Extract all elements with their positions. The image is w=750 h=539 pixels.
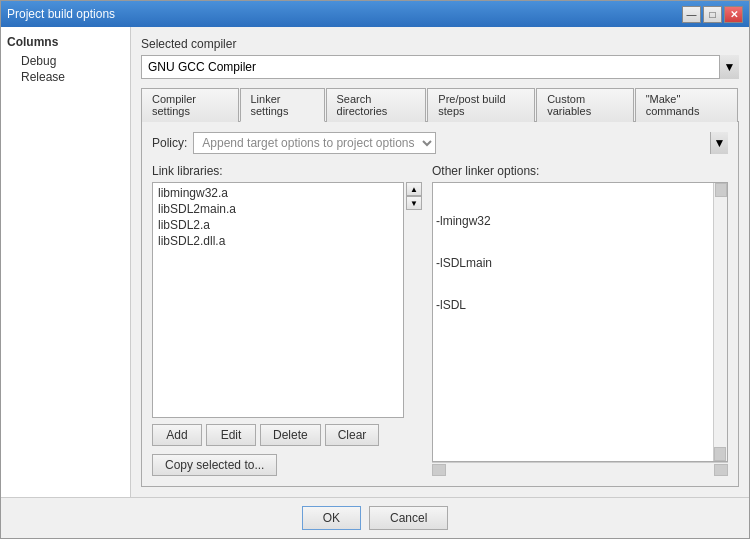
sidebar-title: Columns xyxy=(5,35,126,49)
cancel-button[interactable]: Cancel xyxy=(369,506,448,530)
title-bar: Project build options — □ ✕ xyxy=(1,1,749,27)
compiler-dropdown-wrapper: GNU GCC Compiler ▼ xyxy=(141,55,739,79)
window-title: Project build options xyxy=(7,7,115,21)
tabs-bar: Compiler settings Linker settings Search… xyxy=(141,87,739,122)
add-button[interactable]: Add xyxy=(152,424,202,446)
tab-pre-post-build[interactable]: Pre/post build steps xyxy=(427,88,535,122)
title-bar-buttons: — □ ✕ xyxy=(682,6,743,23)
policy-dropdown-wrapper: Append target options to project options… xyxy=(193,132,728,154)
h-scroll-left xyxy=(432,464,446,476)
link-libraries-list[interactable]: libmingw32.a libSDL2main.a libSDL2.a lib… xyxy=(152,182,404,418)
other-linker-label: Other linker options: xyxy=(432,164,728,178)
bottom-bar: OK Cancel xyxy=(1,497,749,538)
link-libraries-list-area: libmingw32.a libSDL2main.a libSDL2.a lib… xyxy=(152,182,422,418)
edit-button[interactable]: Edit xyxy=(206,424,256,446)
list-item: libSDL2.a xyxy=(155,217,401,233)
scrollbar-thumb-top xyxy=(715,183,727,197)
list-item: libSDL2.dll.a xyxy=(155,233,401,249)
scrollbar-thumb-bottom xyxy=(714,447,726,461)
link-libraries-label: Link libraries: xyxy=(152,164,422,178)
other-linker-textarea[interactable]: -lmingw32 -lSDLmain -lSDL xyxy=(432,182,728,462)
close-button[interactable]: ✕ xyxy=(724,6,743,23)
compiler-dropdown[interactable]: GNU GCC Compiler xyxy=(141,55,739,79)
main-window: Project build options — □ ✕ Columns Debu… xyxy=(0,0,750,539)
tab-content-linker: Policy: Append target options to project… xyxy=(141,122,739,487)
scroll-down-button[interactable]: ▼ xyxy=(406,196,422,210)
copy-selected-wrapper: Copy selected to... xyxy=(152,450,422,476)
maximize-button[interactable]: □ xyxy=(703,6,722,23)
ok-button[interactable]: OK xyxy=(302,506,361,530)
action-buttons: Add Edit Delete Clear xyxy=(152,424,422,446)
list-item: libSDL2main.a xyxy=(155,201,401,217)
policy-label: Policy: xyxy=(152,136,187,150)
h-scroll-right xyxy=(714,464,728,476)
list-item: libmingw32.a xyxy=(155,185,401,201)
other-linker-content: -lmingw32 -lSDLmain -lSDL xyxy=(433,183,727,343)
policy-dropdown[interactable]: Append target options to project options xyxy=(193,132,436,154)
horizontal-scrollbar[interactable] xyxy=(432,462,728,476)
link-libraries-panel: Link libraries: libmingw32.a libSDL2main… xyxy=(152,164,422,476)
delete-button[interactable]: Delete xyxy=(260,424,321,446)
policy-dropdown-arrow-icon: ▼ xyxy=(710,132,728,154)
content-area: Columns Debug Release Selected compiler … xyxy=(1,27,749,497)
compiler-label: Selected compiler xyxy=(141,37,739,51)
tab-custom-variables[interactable]: Custom variables xyxy=(536,88,634,122)
other-linker-panel: Other linker options: -lmingw32 -lSDLmai… xyxy=(432,164,728,476)
sidebar-item-release[interactable]: Release xyxy=(5,69,126,85)
sidebar: Columns Debug Release xyxy=(1,27,131,497)
list-scroll-buttons: ▲ ▼ xyxy=(406,182,422,418)
tab-search-directories[interactable]: Search directories xyxy=(326,88,427,122)
copy-selected-button[interactable]: Copy selected to... xyxy=(152,454,277,476)
policy-row: Policy: Append target options to project… xyxy=(152,132,728,154)
panels-row: Link libraries: libmingw32.a libSDL2main… xyxy=(152,164,728,476)
clear-button[interactable]: Clear xyxy=(325,424,380,446)
tab-linker-settings[interactable]: Linker settings xyxy=(240,88,325,122)
main-panel: Selected compiler GNU GCC Compiler ▼ Com… xyxy=(131,27,749,497)
compiler-section: Selected compiler GNU GCC Compiler ▼ xyxy=(141,37,739,79)
scroll-up-button[interactable]: ▲ xyxy=(406,182,422,196)
tab-compiler-settings[interactable]: Compiler settings xyxy=(141,88,239,122)
tab-make-commands[interactable]: "Make" commands xyxy=(635,88,738,122)
minimize-button[interactable]: — xyxy=(682,6,701,23)
vertical-scrollbar[interactable] xyxy=(713,183,727,461)
sidebar-item-debug[interactable]: Debug xyxy=(5,53,126,69)
